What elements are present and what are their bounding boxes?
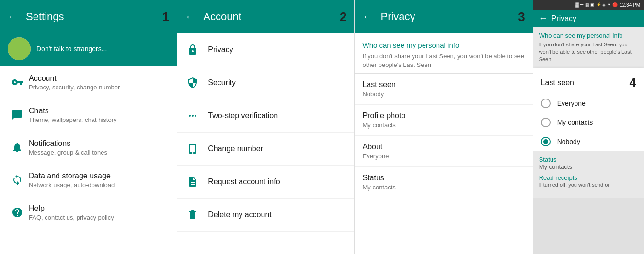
settings-num: 1 (162, 10, 169, 24)
chat-icon (8, 105, 27, 124)
privacy-photo-label: Profile photo (362, 111, 525, 120)
radio-nobody-circle (541, 137, 551, 146)
radio-everyone-label: Everyone (557, 99, 586, 107)
privacy-status-label: Status (362, 174, 525, 182)
settings-notif-text: Notifications Message, group & call tone… (29, 139, 107, 156)
settings-notif-sublabel: Message, group & call tones (29, 149, 107, 156)
privacy-info-section: Who can see my personal info If you don'… (355, 33, 532, 74)
read-receipts-label: Read receipts (539, 174, 638, 181)
privacy-about-value: Everyone (362, 153, 525, 160)
dialog-topbar-title: Privacy (552, 14, 576, 23)
account-privacy-item[interactable]: Privacy (177, 33, 354, 66)
last-seen-dialog: Last seen 4 Everyone My contacts Nobody (533, 68, 644, 151)
settings-notif-label: Notifications (29, 139, 107, 148)
status-bar: ▓ ☰ ▦ ▣ ⚡ ◈ ▼ 🔴 12:34 PM (533, 0, 644, 10)
settings-help-item[interactable]: Help FAQ, contact us, privacy policy (0, 196, 177, 229)
settings-account-item[interactable]: Account Privacy, security, change number (0, 66, 177, 99)
settings-data-label: Data and storage usage (29, 172, 115, 180)
settings-data-text: Data and storage usage Network usage, au… (29, 172, 115, 188)
privacy-status-item[interactable]: Status My contacts (355, 167, 532, 198)
radio-mycontacts-label: My contacts (557, 119, 593, 126)
privacy-about-label: About (362, 143, 525, 151)
account-back-button[interactable]: ← (185, 11, 196, 23)
radio-mycontacts[interactable]: My contacts (533, 113, 644, 132)
shield-icon (185, 75, 200, 90)
status-bottom-value: My contacts (539, 163, 638, 170)
settings-data-item[interactable]: Data and storage usage Network usage, au… (0, 164, 177, 196)
account-changenumber-item[interactable]: Change number (177, 133, 354, 166)
status-time: 12:34 PM (620, 2, 640, 8)
privacy-photo-item[interactable]: Profile photo My contacts (355, 105, 532, 136)
radio-nobody[interactable]: Nobody (533, 132, 644, 151)
account-header: ← Account 2 (177, 0, 354, 33)
dialog-card-title-row: Last seen 4 (533, 68, 644, 94)
dialog-bg-text: If you don't share your Last Seen, you w… (539, 41, 638, 63)
account-changenumber-label: Change number (208, 144, 263, 153)
privacy-info-text: If you don't share your Last Seen, you w… (362, 52, 525, 69)
settings-back-button[interactable]: ← (8, 11, 18, 23)
account-privacy-label: Privacy (208, 45, 233, 54)
account-requestinfo-item[interactable]: Request account info (177, 166, 354, 199)
profile-name: Don't talk to strangers... (36, 45, 107, 53)
document-icon (185, 174, 200, 189)
help-icon (8, 203, 27, 222)
privacy-panel: ← Privacy 3 Who can see my personal info… (355, 0, 533, 254)
settings-title: Settings (26, 11, 159, 23)
dots-icon (185, 108, 200, 123)
privacy-about-item[interactable]: About Everyone (355, 136, 532, 167)
privacy-status-value: My contacts (362, 184, 525, 191)
dialog-panel: ▓ ☰ ▦ ▣ ⚡ ◈ ▼ 🔴 12:34 PM ← Privacy Who c… (533, 0, 644, 254)
bell-icon (8, 138, 27, 157)
account-twostep-label: Two-step verification (208, 111, 278, 120)
radio-everyone-circle (541, 99, 551, 108)
account-deleteaccount-item[interactable]: Delete my account (177, 199, 354, 232)
dialog-bottom-area: Status My contacts Read receipts If turn… (533, 151, 644, 197)
settings-header: ← Settings 1 (0, 0, 177, 33)
key-icon (8, 73, 27, 92)
settings-account-text: Account Privacy, security, change number (29, 74, 120, 91)
settings-help-text: Help FAQ, contact us, privacy policy (29, 204, 114, 221)
settings-panel: ← Settings 1 Don't talk to strangers... … (0, 0, 177, 254)
account-panel: ← Account 2 Privacy Security Two-step ve… (177, 0, 355, 254)
read-receipts-section: Read receipts If turned off, you won't s… (539, 174, 638, 188)
dialog-bg-title: Who can see my personal info (539, 32, 638, 39)
account-deleteaccount-label: Delete my account (208, 210, 272, 219)
trash-icon (185, 207, 200, 222)
settings-chats-label: Chats (29, 107, 117, 115)
radio-nobody-label: Nobody (557, 138, 580, 145)
last-seen-dialog-title: Last seen (541, 78, 574, 87)
radio-everyone[interactable]: Everyone (533, 94, 644, 113)
privacy-lastseen-item[interactable]: Last seen Nobody (355, 74, 532, 105)
account-twostep-item[interactable]: Two-step verification (177, 99, 354, 133)
privacy-back-button[interactable]: ← (362, 11, 373, 23)
avatar-image (8, 37, 31, 60)
settings-help-sublabel: FAQ, contact us, privacy policy (29, 214, 114, 221)
dialog-back-button[interactable]: ← (539, 13, 548, 23)
privacy-header: ← Privacy 3 (355, 0, 532, 33)
settings-profile-row[interactable]: Don't talk to strangers... (0, 33, 177, 66)
privacy-info-title: Who can see my personal info (362, 41, 525, 49)
privacy-lastseen-value: Nobody (362, 90, 525, 98)
settings-chats-sublabel: Theme, wallpapers, chat history (29, 116, 117, 123)
read-receipts-text: If turned off, you won't send or (539, 181, 638, 188)
refresh-icon (8, 170, 27, 189)
settings-notifications-item[interactable]: Notifications Message, group & call tone… (0, 131, 177, 164)
privacy-title: Privacy (380, 11, 514, 23)
account-requestinfo-label: Request account info (208, 177, 280, 186)
lock-icon (185, 42, 200, 57)
privacy-lastseen-label: Last seen (362, 80, 525, 89)
account-security-item[interactable]: Security (177, 66, 354, 99)
status-section: Status My contacts (539, 156, 638, 170)
account-title: Account (203, 11, 336, 23)
settings-chats-item[interactable]: Chats Theme, wallpapers, chat history (0, 99, 177, 131)
settings-help-label: Help (29, 204, 114, 213)
settings-account-label: Account (29, 74, 120, 83)
radio-mycontacts-circle (541, 118, 551, 127)
settings-account-sublabel: Privacy, security, change number (29, 84, 120, 91)
dialog-num: 4 (630, 75, 636, 90)
account-num: 2 (340, 10, 346, 24)
dialog-bg-info: Who can see my personal info If you don'… (533, 27, 644, 68)
dialog-topbar: ← Privacy (533, 10, 644, 27)
settings-data-sublabel: Network usage, auto-download (29, 181, 115, 188)
settings-chats-text: Chats Theme, wallpapers, chat history (29, 107, 117, 123)
